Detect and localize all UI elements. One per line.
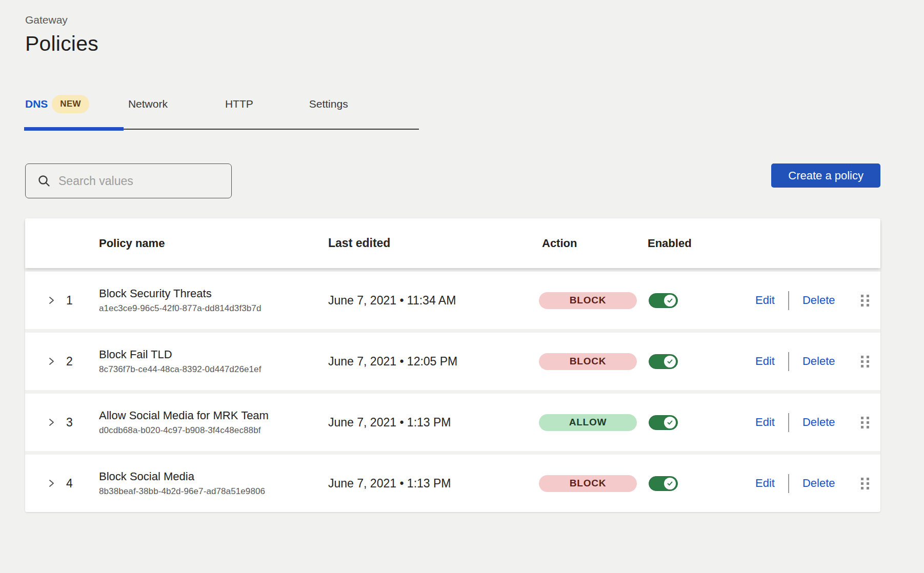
search-icon [37,174,51,188]
tab-http[interactable]: HTTP [225,98,253,110]
toolbar: Create a policy [25,163,924,198]
enabled-toggle[interactable] [649,354,678,369]
search-box[interactable] [25,163,232,198]
column-enabled: Enabled [647,237,751,250]
toggle-knob [664,417,676,428]
delete-link[interactable]: Delete [802,294,835,307]
chevron-right-icon [48,417,55,427]
check-icon [667,419,673,426]
edit-link[interactable]: Edit [755,294,775,307]
toggle-knob [664,295,676,306]
expand-row-button[interactable] [46,415,57,429]
policy-name: Block Fail TLD [99,348,328,361]
tab-settings-label: Settings [309,98,348,110]
check-icon [667,297,673,304]
action-badge: BLOCK [539,475,637,492]
table-row: 3 Allow Social Media for MRK Team d0cdb6… [25,394,880,451]
delete-link[interactable]: Delete [802,355,835,368]
edit-link[interactable]: Edit [755,477,775,490]
row-number: 1 [66,294,99,308]
tab-network[interactable]: Network [128,98,168,110]
policy-name: Block Social Media [99,470,328,483]
enabled-toggle[interactable] [649,293,678,308]
policy-id: a1ec3ce9-96c5-42f0-877a-dd814d3f3b7d [99,303,328,314]
row-number: 4 [66,477,99,490]
enabled-toggle[interactable] [649,476,678,491]
expand-row-button[interactable] [46,293,57,308]
action-divider [788,474,789,493]
policy-id: d0cdb68a-b020-4c97-b908-3f4c48ec88bf [99,425,328,436]
last-edited: June 7, 2021 • 1:13 PM [328,416,538,429]
create-policy-button[interactable]: Create a policy [771,163,880,188]
edit-link[interactable]: Edit [755,355,775,368]
drag-handle-icon[interactable] [859,293,871,309]
drag-handle-icon[interactable] [859,415,871,431]
toggle-knob [664,356,676,367]
expand-row-button[interactable] [46,476,57,490]
tab-bar: DNS NEW Network HTTP Settings [25,95,924,113]
expand-row-button[interactable] [46,354,57,369]
last-edited: June 7, 2021 • 12:05 PM [328,355,538,369]
delete-link[interactable]: Delete [802,416,835,429]
action-badge: ALLOW [539,414,637,431]
column-action: Action [538,237,647,250]
drag-handle-icon[interactable] [859,354,871,370]
table-row: 4 Block Social Media 8b38beaf-38bb-4b2d-… [25,455,880,512]
search-input[interactable] [58,174,223,188]
table-row: 1 Block Security Threats a1ec3ce9-96c5-4… [25,272,880,329]
last-edited: June 7, 2021 • 11:34 AM [328,294,538,308]
chevron-right-icon [48,478,55,488]
tab-underline [25,127,419,131]
new-badge: NEW [52,95,89,113]
edit-link[interactable]: Edit [755,416,775,429]
action-divider [788,413,789,432]
check-icon [667,358,673,365]
gateway-policies-page: Gateway Policies DNS NEW Network HTTP Se… [0,0,924,512]
tab-settings[interactable]: Settings [309,98,348,110]
row-number: 3 [66,416,99,429]
table-body: 1 Block Security Threats a1ec3ce9-96c5-4… [25,272,880,512]
toggle-knob [664,478,676,489]
check-icon [667,480,673,487]
action-badge: BLOCK [539,292,637,309]
page-title: Policies [25,32,924,56]
policy-id: 8c736f7b-ce44-48ca-8392-0d447d26e1ef [99,364,328,375]
delete-link[interactable]: Delete [802,477,835,490]
tab-dns[interactable]: DNS NEW [25,95,89,113]
policy-id: 8b38beaf-38bb-4b2d-96e7-ad78a51e9806 [99,486,328,497]
tab-underline-active [24,127,124,131]
enabled-toggle[interactable] [649,415,678,430]
last-edited: June 7, 2021 • 1:13 PM [328,477,538,490]
column-policy-name: Policy name [99,237,328,250]
chevron-right-icon [48,295,55,305]
tab-network-label: Network [128,98,168,110]
breadcrumb[interactable]: Gateway [25,14,924,26]
row-number: 2 [66,355,99,369]
chevron-right-icon [48,356,55,366]
policy-name: Allow Social Media for MRK Team [99,409,328,422]
policies-table: Policy name Last edited Action Enabled 1… [25,218,880,512]
column-last-edited: Last edited [328,236,538,250]
action-divider [788,291,789,310]
table-row: 2 Block Fail TLD 8c736f7b-ce44-48ca-8392… [25,333,880,390]
table-header-row: Policy name Last edited Action Enabled [25,218,880,268]
drag-handle-icon[interactable] [859,476,871,492]
action-badge: BLOCK [539,353,637,370]
action-divider [788,352,789,371]
tab-dns-label: DNS [25,98,48,110]
policy-name: Block Security Threats [99,287,328,300]
tab-http-label: HTTP [225,98,253,110]
